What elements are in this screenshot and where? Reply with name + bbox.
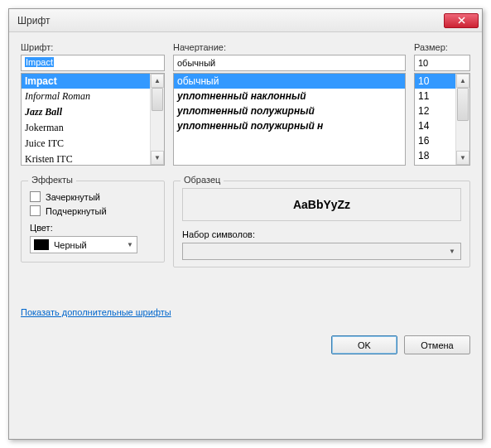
ok-button[interactable]: OK: [331, 335, 397, 354]
list-item[interactable]: Kristen ITC: [22, 152, 150, 165]
list-item[interactable]: 14: [415, 118, 455, 133]
titlebar: Шрифт: [9, 9, 482, 32]
charset-combobox[interactable]: ▼: [182, 243, 461, 260]
strikeout-label: Зачеркнутый: [46, 192, 100, 202]
scrollbar[interactable]: ▲ ▼: [150, 74, 164, 165]
scroll-up-icon[interactable]: ▲: [456, 74, 469, 88]
list-item[interactable]: Informal Roman: [22, 89, 150, 104]
style-listbox[interactable]: обычный уплотненный наклонный уплотненны…: [173, 73, 406, 166]
close-icon: [458, 17, 465, 24]
list-item[interactable]: уплотненный полужирный н: [174, 118, 405, 133]
list-item[interactable]: 18: [415, 148, 455, 163]
font-listbox[interactable]: Impact Informal Roman Jazz Ball Jokerman…: [21, 73, 165, 166]
scroll-down-icon[interactable]: ▼: [151, 151, 164, 165]
charset-label: Набор символов:: [182, 229, 461, 239]
style-input[interactable]: [173, 55, 406, 71]
color-swatch-icon: [34, 239, 49, 250]
list-item[interactable]: Impact: [22, 74, 150, 89]
font-label: Шрифт:: [21, 42, 165, 52]
color-label: Цвет:: [30, 223, 156, 233]
list-item[interactable]: 12: [415, 104, 455, 118]
scrollbar[interactable]: ▲ ▼: [455, 74, 469, 165]
sample-text: AaBbYyZz: [182, 188, 461, 221]
chevron-down-icon: ▼: [449, 248, 455, 255]
scroll-down-icon[interactable]: ▼: [456, 151, 469, 165]
list-item[interactable]: 16: [415, 133, 455, 148]
window-title: Шрифт: [17, 15, 444, 26]
size-label: Размер:: [414, 42, 470, 52]
size-listbox[interactable]: 10 11 12 14 16 18 20 ▲ ▼: [414, 73, 470, 166]
size-input[interactable]: [414, 55, 470, 71]
font-input[interactable]: Impact: [21, 55, 165, 71]
underline-checkbox[interactable]: Подчеркнутый: [30, 205, 156, 216]
effects-title: Эффекты: [28, 175, 76, 185]
strikeout-checkbox[interactable]: Зачеркнутый: [30, 191, 156, 202]
scroll-thumb[interactable]: [457, 88, 469, 121]
list-item[interactable]: уплотненный наклонный: [174, 89, 405, 104]
color-name: Черный: [54, 240, 87, 250]
list-item[interactable]: Jokerman: [22, 120, 150, 136]
checkbox-icon: [30, 191, 41, 202]
color-combobox[interactable]: Черный ▼: [30, 236, 137, 253]
effects-group: Эффекты Зачеркнутый Подчеркнутый Цвет: Ч…: [21, 181, 165, 263]
close-button[interactable]: [444, 13, 479, 28]
list-item[interactable]: 11: [415, 89, 455, 104]
cancel-button[interactable]: Отмена: [404, 335, 470, 354]
scroll-thumb[interactable]: [152, 88, 163, 111]
list-item[interactable]: уплотненный полужирный: [174, 104, 405, 118]
list-item[interactable]: 10: [415, 74, 455, 89]
list-item[interactable]: 20: [415, 163, 455, 165]
sample-group: Образец AaBbYyZz Набор символов: ▼: [173, 181, 470, 267]
list-item[interactable]: Juice ITC: [22, 136, 150, 152]
sample-title: Образец: [181, 175, 224, 185]
chevron-down-icon: ▼: [127, 241, 133, 248]
checkbox-icon: [30, 205, 41, 216]
list-item[interactable]: обычный: [174, 74, 405, 89]
font-dialog: Шрифт Шрифт: Impact Impact Informal Roma…: [8, 8, 483, 440]
list-item[interactable]: Jazz Ball: [22, 104, 150, 120]
underline-label: Подчеркнутый: [46, 206, 107, 216]
more-fonts-link[interactable]: Показать дополнительные шрифты: [21, 307, 171, 317]
style-label: Начертание:: [173, 42, 406, 52]
scroll-up-icon[interactable]: ▲: [151, 74, 164, 88]
